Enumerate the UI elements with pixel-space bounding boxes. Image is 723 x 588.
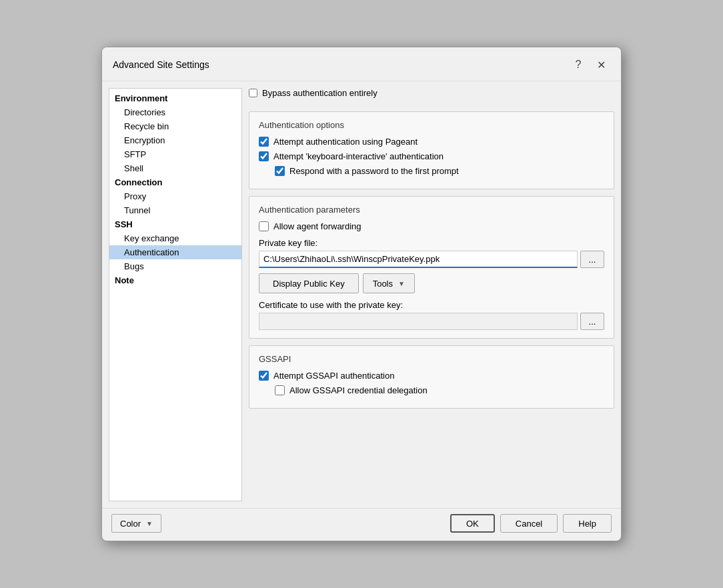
auth-options-section: Authentication options Attempt authentic… xyxy=(249,111,614,189)
sidebar-item-directories[interactable]: Directories xyxy=(109,105,241,119)
sidebar-item-connection[interactable]: Connection xyxy=(109,175,241,189)
footer-left: Color ▼ xyxy=(111,514,161,533)
title-bar-right: ? ✕ xyxy=(569,55,610,74)
main-content: Bypass authentication entirely Authentic… xyxy=(249,88,614,501)
gssapi-attempt-label: Attempt GSSAPI authentication xyxy=(273,371,394,381)
sidebar-item-proxy[interactable]: Proxy xyxy=(109,189,241,203)
bypass-label: Bypass authentication entirely xyxy=(262,88,378,98)
gssapi-attempt-checkbox[interactable] xyxy=(259,371,269,381)
sidebar-item-note[interactable]: Note xyxy=(109,273,241,287)
cert-browse-button[interactable]: ... xyxy=(580,313,604,330)
pageant-checkbox[interactable] xyxy=(259,137,269,147)
cert-label: Certificate to use with the private key: xyxy=(259,300,604,310)
sidebar-item-encryption[interactable]: Encryption xyxy=(109,133,241,147)
sidebar-item-environment[interactable]: Environment xyxy=(109,91,241,105)
title-bar: Advanced Site Settings ? ✕ xyxy=(102,47,621,81)
sidebar-item-tunnel[interactable]: Tunnel xyxy=(109,203,241,217)
keyboard-label: Attempt 'keyboard-interactive' authentic… xyxy=(273,151,444,161)
title-bar-left: Advanced Site Settings xyxy=(113,59,209,70)
keyboard-row: Attempt 'keyboard-interactive' authentic… xyxy=(259,151,604,161)
sidebar-item-authentication[interactable]: Authentication xyxy=(109,245,241,259)
agent-forwarding-label: Allow agent forwarding xyxy=(273,221,362,231)
sidebar-item-bugs[interactable]: Bugs xyxy=(109,259,241,273)
display-public-key-button[interactable]: Display Public Key xyxy=(259,273,359,293)
tools-button[interactable]: Tools ▼ xyxy=(363,273,415,293)
agent-forwarding-checkbox[interactable] xyxy=(259,221,269,231)
auth-params-section: Authentication parameters Allow agent fo… xyxy=(249,196,614,339)
auth-params-title: Authentication parameters xyxy=(259,205,604,215)
private-key-browse-button[interactable]: ... xyxy=(580,251,604,268)
sidebar-item-shell[interactable]: Shell xyxy=(109,161,241,175)
pageant-row: Attempt authentication using Pageant xyxy=(259,137,604,147)
key-action-row: Display Public Key Tools ▼ xyxy=(259,273,604,293)
private-key-row: ... xyxy=(259,251,604,268)
sidebar-item-key-exchange[interactable]: Key exchange xyxy=(109,231,241,245)
cert-input[interactable] xyxy=(259,313,578,330)
bypass-row: Bypass authentication entirely xyxy=(249,88,614,98)
advanced-site-settings-dialog: Advanced Site Settings ? ✕ EnvironmentDi… xyxy=(101,47,622,541)
private-key-input[interactable] xyxy=(259,251,578,268)
color-button[interactable]: Color ▼ xyxy=(111,514,161,533)
help-button[interactable]: ? xyxy=(569,55,588,74)
tools-label: Tools xyxy=(373,279,393,289)
gssapi-title: GSSAPI xyxy=(259,354,604,364)
sidebar-item-ssh[interactable]: SSH xyxy=(109,217,241,231)
help-footer-button[interactable]: Help xyxy=(563,514,612,533)
ok-button[interactable]: OK xyxy=(450,514,495,533)
gssapi-delegation-label: Allow GSSAPI credential delegation xyxy=(289,385,428,395)
sidebar-item-sftp[interactable]: SFTP xyxy=(109,147,241,161)
pageant-label: Attempt authentication using Pageant xyxy=(273,137,418,147)
color-dropdown-arrow: ▼ xyxy=(146,520,153,527)
sidebar-item-recycle-bin[interactable]: Recycle bin xyxy=(109,119,241,133)
keyboard-checkbox[interactable] xyxy=(259,151,269,161)
sidebar: EnvironmentDirectoriesRecycle binEncrypt… xyxy=(109,88,242,501)
tools-dropdown-arrow: ▼ xyxy=(398,280,405,287)
bypass-checkbox[interactable] xyxy=(249,89,257,97)
gssapi-delegation-row: Allow GSSAPI credential delegation xyxy=(259,385,604,395)
dialog-title: Advanced Site Settings xyxy=(113,59,209,70)
private-key-label: Private key file: xyxy=(259,238,604,248)
agent-forwarding-row: Allow agent forwarding xyxy=(259,221,604,231)
dialog-footer: Color ▼ OK Cancel Help xyxy=(102,508,621,541)
gssapi-attempt-row: Attempt GSSAPI authentication xyxy=(259,371,604,381)
respond-row: Respond with a password to the first pro… xyxy=(259,166,604,176)
respond-label: Respond with a password to the first pro… xyxy=(289,166,459,176)
gssapi-section: GSSAPI Attempt GSSAPI authentication All… xyxy=(249,345,614,409)
respond-checkbox[interactable] xyxy=(275,166,285,176)
gssapi-delegation-checkbox[interactable] xyxy=(275,385,285,395)
footer-right: OK Cancel Help xyxy=(450,514,612,533)
color-label: Color xyxy=(120,519,141,529)
close-button[interactable]: ✕ xyxy=(592,55,610,74)
cancel-button[interactable]: Cancel xyxy=(500,514,558,533)
cert-row: ... xyxy=(259,313,604,330)
auth-options-title: Authentication options xyxy=(259,120,604,130)
dialog-body: EnvironmentDirectoriesRecycle binEncrypt… xyxy=(102,81,621,508)
